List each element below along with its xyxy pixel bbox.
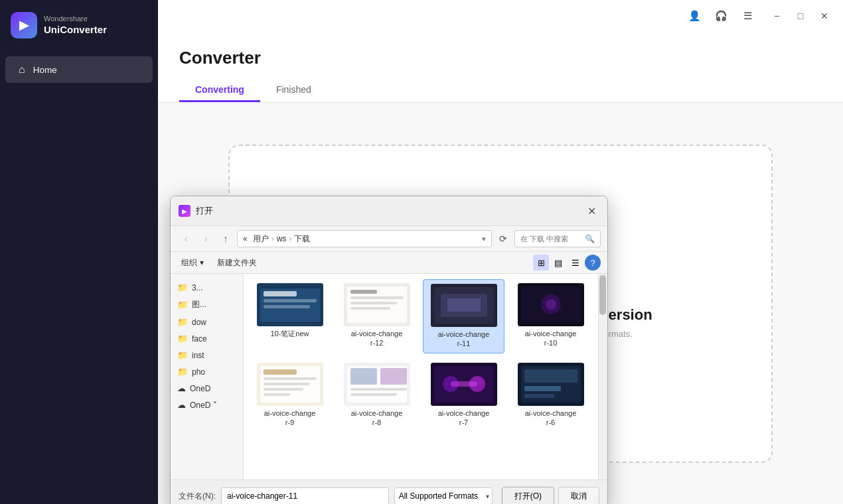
file-name: 10-笔证new: [270, 329, 309, 338]
file-thumbnail: [518, 363, 584, 406]
left-panel-item[interactable]: 📁 pho: [171, 363, 243, 380]
refresh-button[interactable]: ⟳: [495, 230, 512, 247]
filename-input[interactable]: [221, 487, 389, 504]
grid-view-button[interactable]: ⊞: [533, 255, 549, 271]
thumbnail-image: [431, 363, 497, 406]
tabs: Converting Finished: [179, 79, 822, 102]
breadcrumb-left-icon: «: [243, 234, 248, 243]
list-view-button[interactable]: ▤: [550, 255, 566, 271]
search-icon: 🔍: [585, 234, 595, 243]
file-dialog: ▶ 打开 ✕ ‹ › ↑ « 用户 › ws ›: [170, 196, 608, 504]
search-input[interactable]: [520, 235, 582, 243]
breadcrumb-sep-2: ›: [271, 234, 274, 243]
svg-rect-45: [451, 381, 477, 387]
file-name: ai-voice-changer-11: [438, 330, 490, 349]
tab-converting[interactable]: Converting: [179, 79, 260, 102]
organize-button[interactable]: 组织 ▾: [177, 255, 208, 271]
logo-area: ▶ Wondershare UniConverter: [0, 0, 158, 50]
file-item[interactable]: ai-voice-changer-9: [249, 359, 331, 432]
support-button[interactable]: 🎧: [710, 5, 731, 27]
format-select[interactable]: All Supported Formats: [394, 487, 493, 504]
minimize-button[interactable]: −: [766, 5, 787, 27]
scrollbar-track[interactable]: [598, 274, 607, 479]
file-name: ai-voice-changer-7: [438, 409, 490, 428]
profile-button[interactable]: 👤: [684, 5, 705, 27]
file-item[interactable]: 10-笔证new: [249, 279, 331, 353]
left-panel-item[interactable]: ☁ OneD ˅: [171, 397, 243, 413]
dialog-left-panel: 📁 3... 📁 图... 📁 dow 📁: [171, 274, 244, 479]
thumbnail-image: [257, 283, 323, 326]
file-item[interactable]: ai-voice-changer-6: [510, 359, 591, 432]
maximize-button[interactable]: □: [790, 5, 811, 27]
breadcrumb-dropdown-icon[interactable]: ▾: [482, 235, 486, 243]
dialog-footer: 文件名(N): All Supported Formats ▾ 打开(O) 取消: [171, 479, 607, 504]
sidebar-home-label: Home: [33, 65, 57, 75]
left-panel-item[interactable]: 📁 dow: [171, 314, 243, 330]
file-item[interactable]: ai-voice-changer-8: [336, 359, 418, 432]
breadcrumb-user[interactable]: 用户: [253, 233, 269, 245]
organize-label: 组织: [181, 257, 197, 269]
titlebar: 👤 🎧 ☰ − □ ✕: [676, 0, 843, 32]
breadcrumb-downloads[interactable]: 下载: [294, 233, 310, 245]
dialog-close-button[interactable]: ✕: [583, 203, 599, 219]
folder-icon: 📁: [177, 334, 188, 344]
detail-view-button[interactable]: ☰: [568, 255, 583, 271]
open-button[interactable]: 打开(O): [502, 487, 554, 504]
cloud-icon: ☁: [177, 400, 186, 410]
file-thumbnail: [431, 363, 497, 406]
close-button[interactable]: ✕: [814, 5, 835, 27]
thumbnail-image: [518, 363, 584, 406]
file-name: ai-voice-changer-10: [525, 329, 577, 348]
forward-button[interactable]: ›: [197, 230, 214, 247]
file-grid: 10-笔证new: [249, 279, 602, 431]
sidebar: ▶ Wondershare UniConverter ⌂ Home: [0, 0, 158, 504]
file-name: ai-voice-changer-12: [351, 329, 403, 348]
scrollbar-thumb[interactable]: [599, 275, 606, 315]
new-folder-button[interactable]: 新建文件夹: [213, 255, 261, 271]
file-thumbnail: [257, 363, 323, 406]
dialog-titlebar: ▶ 打开 ✕: [171, 196, 607, 226]
svg-rect-31: [264, 377, 317, 380]
home-icon: ⌂: [19, 64, 25, 76]
breadcrumb-sep-3: ›: [289, 234, 291, 243]
search-bar[interactable]: 🔍: [514, 230, 601, 247]
folder-icon: 📁: [177, 350, 188, 360]
svg-rect-15: [350, 290, 377, 294]
thumbnail-image: [344, 363, 410, 406]
menu-button[interactable]: ☰: [737, 5, 758, 27]
file-thumbnail: [344, 363, 410, 406]
logo-brand: Wondershare: [44, 15, 107, 23]
file-item-selected[interactable]: ai-voice-changer-11: [423, 279, 504, 353]
main-content: 👤 🎧 ☰ − □ ✕ Converter Converting Finishe…: [158, 0, 843, 504]
left-panel-item[interactable]: 📁 3...: [171, 279, 243, 296]
sidebar-item-home[interactable]: ⌂ Home: [5, 56, 153, 83]
thumbnail-image: [431, 284, 497, 327]
left-item-label: pho: [192, 367, 205, 377]
cancel-button[interactable]: 取消: [558, 487, 599, 504]
help-button[interactable]: ?: [585, 255, 601, 271]
tab-finished[interactable]: Finished: [260, 79, 327, 102]
dialog-toolbar: ‹ › ↑ « 用户 › ws › 下载 ▾ ⟳: [171, 226, 607, 252]
left-panel-item[interactable]: 📁 inst: [171, 347, 243, 363]
footer-buttons: 打开(O) 取消: [502, 487, 599, 504]
left-panel-item[interactable]: ☁ OneD: [171, 380, 243, 397]
svg-rect-16: [350, 296, 404, 299]
left-panel-item[interactable]: 📁 face: [171, 330, 243, 347]
file-item[interactable]: ai-voice-changer-10: [510, 279, 591, 353]
up-button[interactable]: ↑: [217, 230, 234, 247]
breadcrumb-ws[interactable]: ws: [277, 234, 287, 243]
file-name: ai-voice-changer-6: [525, 409, 577, 428]
file-item[interactable]: ai-voice-changer-7: [423, 359, 504, 432]
svg-rect-49: [524, 386, 561, 391]
svg-rect-32: [264, 383, 310, 385]
view-toolbar: ⊞ ▤ ☰ ?: [533, 255, 601, 271]
back-button[interactable]: ‹: [177, 230, 194, 247]
file-name: ai-voice-changer-8: [351, 409, 403, 428]
svg-rect-40: [350, 393, 397, 396]
breadcrumb-bar[interactable]: « 用户 › ws › 下载 ▾: [237, 230, 492, 247]
left-panel-item[interactable]: 📁 图...: [171, 296, 243, 314]
file-item[interactable]: ai-voice-changer-12: [336, 279, 418, 353]
logo-text: Wondershare UniConverter: [44, 15, 107, 35]
file-name: ai-voice-changer-9: [264, 409, 316, 428]
left-item-label: face: [192, 334, 207, 344]
